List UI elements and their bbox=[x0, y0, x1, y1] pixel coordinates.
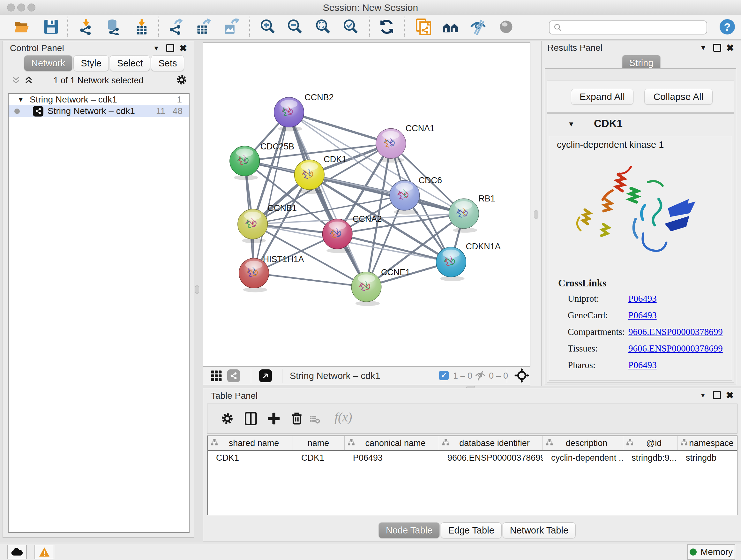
cloud-status-button[interactable] bbox=[7, 545, 27, 559]
zoom-fit-button[interactable] bbox=[314, 18, 332, 36]
selected-counter: 1 – 0 bbox=[453, 371, 472, 381]
table-cell[interactable]: CDK1 bbox=[293, 453, 345, 463]
column-header-description[interactable]: description bbox=[543, 436, 623, 450]
network-list: ▼ String Network – cdk1 1 String Network… bbox=[8, 93, 190, 533]
show-columns-icon[interactable] bbox=[244, 412, 258, 426]
presentation-eye-button[interactable] bbox=[497, 18, 515, 36]
function-builder-button[interactable]: f(x) bbox=[334, 410, 352, 425]
selected-checkbox-icon[interactable]: ✓ bbox=[439, 371, 449, 380]
section-collapse-icon[interactable]: ▼ bbox=[568, 120, 575, 128]
network-node-hist1h1a[interactable]: HIST1H1A bbox=[239, 254, 304, 293]
network-edge[interactable] bbox=[289, 112, 391, 144]
table-panel-title: Table Panel bbox=[211, 391, 258, 401]
panel-float-icon[interactable] bbox=[166, 44, 174, 52]
tab-select[interactable]: Select bbox=[110, 55, 150, 71]
network-collection-row[interactable]: ▼ String Network – cdk1 1 bbox=[9, 94, 189, 105]
birds-eye-view-icon[interactable] bbox=[227, 369, 240, 382]
import-table-button[interactable] bbox=[133, 18, 151, 36]
help-button[interactable]: ? bbox=[720, 19, 735, 35]
panel-float-icon[interactable] bbox=[713, 391, 721, 399]
network-node-rb1[interactable]: RB1 bbox=[449, 194, 495, 233]
table-cell[interactable]: stringdb bbox=[677, 453, 738, 463]
expand-all-button[interactable]: Expand All bbox=[571, 89, 633, 105]
export-image-button[interactable] bbox=[222, 18, 240, 36]
node-label: RB1 bbox=[478, 194, 495, 203]
open-session-button[interactable] bbox=[13, 18, 30, 36]
panel-close-icon[interactable]: ✖ bbox=[726, 44, 734, 53]
toolbar-separator bbox=[282, 369, 282, 383]
table-cell[interactable]: P06493 bbox=[345, 453, 439, 463]
tab-sets[interactable]: Sets bbox=[151, 55, 184, 71]
import-network-button[interactable] bbox=[78, 18, 96, 36]
search-field[interactable] bbox=[549, 20, 707, 35]
tab-node-table[interactable]: Node Table bbox=[379, 522, 440, 538]
warnings-button[interactable] bbox=[35, 545, 54, 559]
table-cell[interactable]: cyclin-dependent ... bbox=[543, 453, 623, 463]
crosslink-link[interactable]: 9606.ENSP00000378699 bbox=[628, 327, 723, 337]
network-edge[interactable] bbox=[254, 273, 366, 287]
column-header-canonicalname[interactable]: canonical name bbox=[345, 436, 439, 450]
clone-network-button[interactable] bbox=[414, 18, 432, 36]
detach-view-icon[interactable] bbox=[259, 369, 272, 382]
hidden-eye-icon[interactable] bbox=[475, 370, 486, 381]
tab-style[interactable]: Style bbox=[73, 55, 109, 71]
collapse-all-button[interactable]: Collapse All bbox=[644, 89, 713, 105]
table-options-gear-icon[interactable] bbox=[220, 412, 234, 426]
crosslink-link[interactable]: P06493 bbox=[628, 294, 657, 304]
column-header-name[interactable]: name bbox=[293, 436, 345, 450]
table-cell[interactable]: stringdb:9... bbox=[623, 453, 677, 463]
network-results-splitter[interactable] bbox=[530, 41, 541, 386]
delete-table-icon[interactable] bbox=[309, 414, 320, 425]
panel-collapse-icon[interactable]: ▼ bbox=[699, 391, 706, 399]
column-header-databaseidentifier[interactable]: database identifier bbox=[439, 436, 543, 450]
right-splitter-handle[interactable] bbox=[534, 210, 538, 219]
crosslink-label: Pharos: bbox=[568, 360, 596, 370]
panel-float-icon[interactable] bbox=[713, 44, 721, 52]
memory-status-button[interactable]: Memory bbox=[687, 544, 735, 560]
network-node-ccnb2[interactable]: CCNB2 bbox=[274, 92, 334, 132]
add-column-icon[interactable] bbox=[267, 412, 281, 426]
export-table-button[interactable] bbox=[195, 18, 212, 36]
show-hide-graphics-button[interactable] bbox=[469, 18, 487, 36]
search-input[interactable] bbox=[562, 22, 697, 33]
refresh-button[interactable] bbox=[378, 18, 396, 36]
table-cell[interactable]: 9606.ENSP00000378699 bbox=[439, 453, 543, 463]
network-node-cdkn1a[interactable]: CDKN1A bbox=[436, 242, 501, 281]
left-splitter-handle[interactable] bbox=[195, 286, 199, 294]
status-bar: Memory bbox=[0, 543, 741, 560]
home-view-button[interactable] bbox=[442, 18, 460, 36]
zoom-selected-button[interactable] bbox=[342, 18, 360, 36]
panel-collapse-icon[interactable]: ▼ bbox=[153, 44, 159, 52]
column-label: database identifier bbox=[450, 438, 542, 448]
tab-network-table[interactable]: Network Table bbox=[502, 522, 576, 538]
zoom-in-button[interactable] bbox=[259, 18, 277, 36]
crosslink-link[interactable]: P06493 bbox=[628, 310, 657, 320]
network-row[interactable]: String Network – cdk1 11 48 bbox=[9, 105, 189, 117]
network-canvas[interactable]: CCNB2CCNA1CDC25BCDK1CDC6RB1CCNB1CCNA2CDK… bbox=[203, 43, 530, 367]
zoom-out-button[interactable] bbox=[286, 18, 304, 36]
panel-collapse-icon[interactable]: ▼ bbox=[700, 44, 706, 52]
column-header-id[interactable]: @id bbox=[623, 436, 677, 450]
network-node-cdc6[interactable]: CDC6 bbox=[390, 176, 442, 214]
table-cell[interactable]: CDK1 bbox=[208, 453, 293, 463]
column-header-sharedname[interactable]: shared name bbox=[208, 436, 293, 450]
fit-selected-crosshair-icon[interactable] bbox=[515, 368, 529, 383]
tab-network[interactable]: Network bbox=[24, 55, 72, 71]
table-panel: Table Panel ▼ ✖ f(x) shared namenamecano… bbox=[203, 388, 741, 542]
panel-close-icon[interactable]: ✖ bbox=[726, 391, 734, 400]
grid-view-icon[interactable] bbox=[211, 370, 222, 381]
tree-expand-icon[interactable]: ▼ bbox=[17, 96, 24, 104]
import-database-button[interactable] bbox=[105, 18, 123, 36]
crosslink-link[interactable]: P06493 bbox=[628, 360, 657, 370]
table-row[interactable]: CDK1CDK1P064939606.ENSP00000378699cyclin… bbox=[208, 451, 737, 465]
delete-column-trash-icon[interactable] bbox=[290, 412, 304, 426]
crosslink-link[interactable]: 9606.ENSP00000378699 bbox=[628, 343, 723, 354]
column-type-icon bbox=[210, 438, 218, 448]
tab-edge-table[interactable]: Edge Table bbox=[441, 522, 502, 538]
network-options-gear-icon[interactable] bbox=[176, 74, 188, 86]
save-session-button[interactable] bbox=[42, 18, 60, 36]
column-header-namespace[interactable]: namespace bbox=[677, 436, 738, 450]
export-network-button[interactable] bbox=[167, 18, 185, 36]
panel-close-icon[interactable]: ✖ bbox=[179, 44, 187, 53]
network-node-ccne1[interactable]: CCNE1 bbox=[351, 267, 410, 306]
